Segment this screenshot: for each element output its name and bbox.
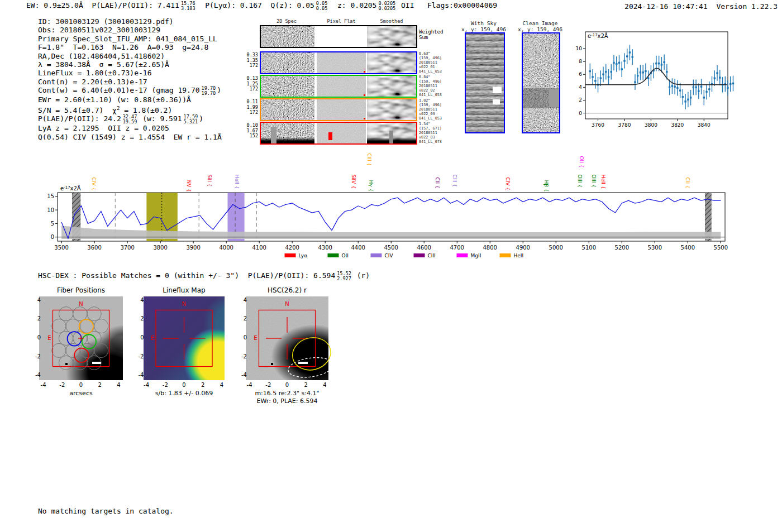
- x-tick-label: 4300: [318, 245, 332, 251]
- y-tick-label: 10: [47, 207, 54, 213]
- spec2d-row-3-img-1: [317, 99, 366, 120]
- spec2d-row-3-left-labels: 0.111.99172: [246, 99, 258, 116]
- clean-gray-patch: [549, 89, 559, 107]
- spec2d-row-4-img-1: [317, 123, 366, 143]
- right-label: (157, 671): [419, 126, 442, 131]
- right-label: v022_02: [419, 88, 442, 93]
- info-8-text-0: Cont(w) = 6.40(±0.01)e-17 (gmag 19.70: [38, 86, 200, 94]
- x-tick-label: 4000: [219, 245, 233, 251]
- gray-notch: [271, 127, 276, 143]
- right-label: v022_03: [419, 135, 442, 140]
- x-tick-label: 4900: [516, 245, 530, 251]
- gray-fiber-circle: [59, 331, 73, 345]
- gray-fiber-circle: [73, 307, 87, 321]
- legend-label-Lyα: Lyα: [299, 253, 308, 258]
- panel-0-ytick: 2: [30, 315, 41, 322]
- x-tick-label: 4700: [450, 245, 464, 251]
- right-label: 041_LL_053: [419, 93, 442, 97]
- header-frac-5: 0.02050.0205: [378, 1, 395, 11]
- info-6-text-0: LineFlux = 1.80(±0.73)e-16: [38, 69, 152, 77]
- noise-tex: [317, 99, 366, 120]
- legend-label-MgII: MgII: [471, 253, 481, 258]
- spec2d-row-0-img-0: [261, 26, 314, 47]
- data-point: [621, 68, 623, 70]
- footer-notes: No matching targets in catalog. Row inte…: [38, 490, 174, 532]
- spec2d-row-2-left-labels: 0.131.25172: [246, 76, 258, 92]
- right-label: (159, 496): [419, 103, 442, 107]
- data-point: [623, 60, 625, 61]
- info-11-frac-3: 17.595.321: [184, 114, 198, 124]
- data-point: [700, 86, 702, 88]
- data-point: [661, 64, 662, 65]
- legend-swatch-Lyα: [285, 253, 296, 257]
- panel-0-xtick: 2: [94, 382, 106, 388]
- info-line-8: Cont(w) = 6.40(±0.01)e-17 (gmag 19.7019.…: [38, 86, 222, 95]
- panel-0-ytick: -4: [30, 372, 41, 378]
- gray-fiber-circle: [59, 307, 73, 321]
- data-point: [647, 78, 649, 79]
- x-tick-label: 5500: [714, 245, 728, 251]
- clean-noise: [523, 33, 559, 132]
- data-point: [645, 70, 646, 72]
- legend-swatch-HeII: [500, 253, 511, 257]
- spec2d-row-2: [260, 75, 417, 98]
- header-text-6: OII Flags:0x00004069: [397, 1, 497, 9]
- footer-line-1: No matching targets in catalog.: [38, 507, 174, 516]
- right-label: 1.54": [419, 122, 442, 126]
- spec2d-row-3-img-0: [261, 99, 314, 120]
- inset-plot-box: [585, 32, 728, 119]
- noise-tex: [261, 99, 314, 120]
- x-tick-label: 4500: [384, 245, 398, 251]
- data-point: [613, 62, 614, 64]
- col-header-2dspec: 2D Spec: [264, 18, 309, 24]
- right-label: 20180511: [419, 60, 442, 65]
- legend-label-HeII: HeII: [514, 253, 524, 258]
- info-11-text-0: P(LAE)/P(OII): 24.2: [38, 114, 121, 123]
- data-point: [616, 63, 617, 65]
- noise-tex: [317, 123, 366, 143]
- panel-0-xtick: -4: [38, 382, 49, 388]
- noise-tex: [367, 76, 416, 97]
- right-label: 041_LL_053: [419, 69, 442, 74]
- emission-line-label-CII: CII {: [435, 178, 440, 189]
- fiber-compass-n: N: [79, 301, 83, 307]
- panel-1-ytick: 4: [133, 297, 144, 303]
- detection-info-block: ID: 3001003129 (3001003129.pdf)Obs: 2018…: [38, 17, 222, 141]
- legend-label-CIV: CIV: [385, 253, 394, 258]
- panel-0-xtick: 0: [75, 382, 87, 388]
- with-sky-image: [465, 32, 505, 133]
- y-tick-label: 5: [51, 221, 54, 227]
- gray-fiber-circle: [52, 343, 66, 357]
- spec2d-row-0-img-2: [367, 26, 416, 47]
- x-tick-label: 4800: [483, 245, 497, 251]
- y-tick-label: 2: [579, 97, 582, 103]
- header-frac-1: 15.763.183: [181, 1, 196, 11]
- panel-2-ytick: 0: [236, 334, 247, 341]
- info-0-text-0: ID: 3001003129 (3001003129.pdf): [38, 17, 174, 26]
- hsc-text-0: HSC-DEX : Possible Matches = 0 (within +…: [38, 271, 335, 280]
- noise-tex: [367, 26, 416, 47]
- colored-fiber-circle: [79, 319, 93, 333]
- y-tick-label: 15: [47, 193, 54, 199]
- header-frac-sub: 0.05: [316, 6, 327, 11]
- right-label: 20180511: [419, 131, 442, 135]
- emission-line-label-CIV: CIV {: [91, 178, 97, 191]
- y-tick-label: 0: [51, 234, 54, 240]
- panel-2-xtick: 4: [319, 382, 330, 388]
- data-point: [637, 75, 638, 76]
- emission-line-label-CII: CII {: [685, 178, 690, 189]
- legend-swatch-OII: [328, 253, 339, 257]
- lineflux-xlabel: s/b: 1.83 +/- 0.069: [141, 390, 227, 397]
- legend-label-CIII: CIII: [428, 253, 436, 258]
- data-point: [679, 89, 681, 91]
- colored-fiber-circle: [82, 334, 96, 348]
- gray-fiber-circle: [52, 319, 66, 333]
- spec2d-row-4: [260, 122, 417, 145]
- header-text-0: EW: 0.9±25.0Å P(LAE)/P(OII): 7.411: [26, 1, 179, 9]
- lineflux-compass-n: N: [182, 301, 186, 307]
- x-tick-label: 3500: [54, 245, 68, 251]
- hsc-dashed-ellipse: [287, 355, 335, 380]
- data-point: [698, 90, 699, 92]
- spec2d-row-3: [260, 98, 417, 121]
- emission-line-label-CIII: CIII {: [366, 153, 372, 166]
